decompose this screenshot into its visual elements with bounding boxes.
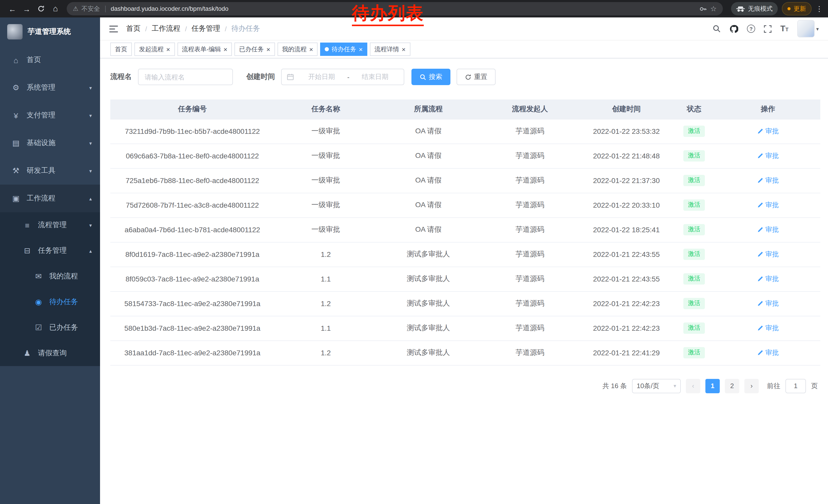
sidebar-item-leave-query[interactable]: ♟请假查询	[0, 340, 100, 366]
audit-link[interactable]: 审批	[757, 127, 779, 136]
sidebar-menu: ⌂首页⚙系统管理▾¥支付管理▾▤基础设施▾⚒研发工具▾▣工作流程▴≡流程管理▾⊟…	[0, 46, 100, 504]
tab-label: 首页	[115, 45, 127, 54]
sidebar-item-devtools[interactable]: ⚒研发工具▾	[0, 157, 100, 185]
audit-link[interactable]: 审批	[757, 225, 779, 234]
navbar-actions: ? TT ▾	[713, 20, 819, 37]
sidebar-item-done-task[interactable]: ☑已办任务	[0, 315, 100, 340]
goto-page-input[interactable]	[785, 379, 806, 393]
help-icon[interactable]: ?	[747, 25, 755, 33]
cell-process: OA 请假	[377, 168, 480, 193]
audit-link-label: 审批	[765, 127, 779, 136]
browser-home-button[interactable]: ⌂	[48, 2, 63, 16]
next-page-button[interactable]: ›	[744, 379, 759, 393]
top-navbar: 首页/工作流程/任务管理/待办任务 ? TT ▾	[100, 17, 828, 41]
reset-button[interactable]: 重置	[457, 69, 496, 85]
search-button[interactable]: 搜索	[411, 69, 450, 85]
edit-icon	[757, 153, 763, 159]
audit-link[interactable]: 审批	[757, 250, 779, 259]
cell-created-time: 2022-01-22 21:37:30	[580, 168, 672, 193]
column-header: 任务编号	[110, 99, 275, 119]
process-name-input[interactable]	[138, 69, 233, 85]
tab-close-icon[interactable]: ×	[359, 46, 363, 53]
search-button-label: 搜索	[429, 72, 442, 82]
audit-link-label: 审批	[765, 324, 779, 333]
app-logo	[7, 24, 23, 40]
sidebar-item-label: 我的流程	[49, 272, 78, 281]
tab[interactable]: 发起流程×	[134, 43, 175, 56]
sidebar-collapse-button[interactable]	[109, 25, 118, 33]
cell-created-time: 2022-01-22 23:53:32	[580, 119, 672, 144]
tab[interactable]: 首页	[110, 43, 132, 56]
sidebar: 芋道管理系统 ⌂首页⚙系统管理▾¥支付管理▾▤基础设施▾⚒研发工具▾▣工作流程▴…	[0, 17, 100, 504]
page-size-select[interactable]: 10条/页 ▾	[632, 379, 681, 393]
browser-reload-button[interactable]	[34, 2, 48, 16]
cell-status: 激活	[672, 291, 716, 316]
browser-menu-icon[interactable]: ⋮	[816, 5, 823, 13]
tab-close-icon[interactable]: ×	[166, 46, 170, 53]
sidebar-item-workflow[interactable]: ▣工作流程▴	[0, 185, 100, 212]
fullscreen-icon[interactable]	[764, 25, 772, 33]
browser-update-button[interactable]: 更新	[782, 2, 812, 15]
sidebar-item-my-process[interactable]: ✉我的流程	[0, 264, 100, 289]
sidebar-item-process-management[interactable]: ≡流程管理▾	[0, 212, 100, 238]
tab-close-icon[interactable]: ×	[309, 46, 313, 53]
table-row: 8f0d1619-7ac8-11ec-a9e2-a2380e71991a1.2测…	[110, 242, 820, 267]
tab[interactable]: 我的流程×	[278, 43, 318, 56]
prev-page-button[interactable]: ‹	[686, 379, 700, 393]
breadcrumb-item[interactable]: 工作流程	[152, 24, 180, 33]
audit-link[interactable]: 审批	[757, 274, 779, 283]
column-header: 操作	[716, 99, 820, 119]
tab-close-icon[interactable]: ×	[402, 46, 406, 53]
cell-task-name: 1.1	[275, 267, 377, 291]
search-icon[interactable]	[713, 25, 721, 33]
table-row: 725a1eb6-7b88-11ec-8ef0-acde48001122一级审批…	[110, 168, 820, 193]
sidebar-item-todo-task[interactable]: ◉待办任务	[0, 289, 100, 315]
sidebar-item-dashboard[interactable]: ⌂首页	[0, 46, 100, 74]
audit-link[interactable]: 审批	[757, 348, 779, 357]
tab[interactable]: 流程详情×	[370, 43, 410, 56]
audit-link-label: 审批	[765, 225, 779, 234]
tab-close-icon[interactable]: ×	[223, 46, 227, 53]
edit-icon	[757, 301, 763, 307]
breadcrumb-item[interactable]: 任务管理	[192, 24, 220, 33]
browser-forward-button[interactable]: →	[19, 2, 34, 16]
sidebar-item-label: 基础设施	[27, 138, 55, 148]
audit-link[interactable]: 审批	[757, 324, 779, 333]
audit-link[interactable]: 审批	[757, 151, 779, 161]
my-process-icon: ✉	[33, 272, 44, 281]
tab[interactable]: 待办任务×	[320, 43, 367, 56]
font-size-icon[interactable]: TT	[780, 24, 788, 33]
audit-link[interactable]: 审批	[757, 176, 779, 185]
app-logo-row[interactable]: 芋道管理系统	[0, 17, 100, 46]
tab[interactable]: 已办任务×	[235, 43, 275, 56]
github-icon[interactable]	[730, 25, 738, 33]
avatar	[797, 20, 815, 37]
browser-back-button[interactable]: ←	[5, 2, 19, 16]
sidebar-item-infrastructure[interactable]: ▤基础设施▾	[0, 129, 100, 157]
chevron-down-icon: ▾	[89, 222, 92, 228]
cell-task-id: 8f0d1619-7ac8-11ec-a9e2-a2380e71991a	[110, 242, 275, 267]
password-key-icon[interactable]	[700, 5, 707, 12]
page-button-1[interactable]: 1	[705, 379, 720, 393]
column-header: 流程发起人	[480, 99, 580, 119]
cell-task-id: 725a1eb6-7b88-11ec-8ef0-acde48001122	[110, 168, 275, 193]
date-range-picker[interactable]: 开始日期 - 结束日期	[281, 69, 404, 85]
tab[interactable]: 流程表单-编辑×	[177, 43, 232, 56]
audit-link[interactable]: 审批	[757, 299, 779, 308]
table-row: 069c6a63-7b8a-11ec-8ef0-acde48001122一级审批…	[110, 144, 820, 168]
breadcrumb-item[interactable]: 首页	[126, 24, 140, 33]
sidebar-item-label: 待办任务	[49, 297, 78, 307]
cell-action: 审批	[716, 144, 820, 168]
sidebar-item-task-management[interactable]: ⊟任务管理▴	[0, 238, 100, 264]
incognito-badge: 无痕模式	[731, 2, 778, 15]
tab-close-icon[interactable]: ×	[266, 46, 270, 53]
cell-status: 激活	[672, 217, 716, 242]
sidebar-item-gear[interactable]: ⚙系统管理▾	[0, 74, 100, 101]
user-avatar[interactable]: ▾	[797, 20, 819, 37]
sidebar-item-payment[interactable]: ¥支付管理▾	[0, 101, 100, 129]
audit-link[interactable]: 审批	[757, 200, 779, 210]
bookmark-star-icon[interactable]: ☆	[710, 5, 717, 13]
edit-icon	[757, 128, 763, 134]
search-button-icon	[420, 74, 426, 80]
page-button-2[interactable]: 2	[725, 379, 739, 393]
